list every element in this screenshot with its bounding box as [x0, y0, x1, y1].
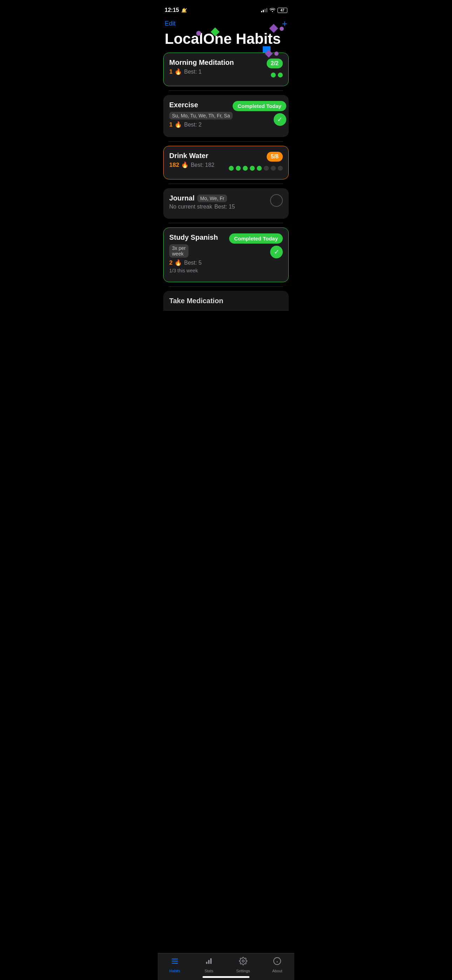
habit-card-top: Journal Mo, We, Fr No current streak Bes…: [169, 194, 283, 210]
bell-muted-icon: 🔔̸: [181, 8, 187, 13]
habit-badge: 2/2: [267, 59, 283, 68]
fire-icon: 🔥: [175, 259, 182, 266]
status-time: 12:15 🔔̸: [165, 7, 187, 13]
habit-streak-row: 182 🔥 Best: 182: [169, 161, 215, 169]
separator: [169, 91, 283, 91]
dot-3: [243, 166, 248, 171]
dot-2: [236, 166, 241, 171]
dot-1: [271, 73, 276, 78]
habit-right: 5/8: [229, 152, 283, 171]
habit-name: Morning Meditation: [169, 59, 234, 67]
title-section: LocalOne Habits: [158, 28, 294, 52]
habit-name-row: Study Spanish 3x perweek: [169, 234, 229, 258]
best-text: Best: 5: [184, 260, 202, 266]
habit-right: [270, 194, 283, 207]
habit-card-journal[interactable]: Journal Mo, We, Fr No current streak Bes…: [163, 188, 289, 219]
dot-6: [264, 166, 269, 171]
habit-name: Journal: [169, 194, 194, 202]
habit-card-top: Exercise Su, Mo, Tu, We, Th, Fr, Sa 1 🔥 …: [169, 101, 283, 128]
habit-name: Study Spanish: [169, 234, 218, 242]
status-bar: 12:15 🔔̸ 47: [158, 0, 294, 16]
dot-2: [278, 73, 283, 78]
habits-list: Morning Meditation 1 🔥 Best: 1 2/2: [158, 52, 294, 346]
streak-count: 182: [169, 162, 179, 169]
streak-count: 2: [169, 259, 172, 266]
habit-card-exercise[interactable]: Exercise Su, Mo, Tu, We, Th, Fr, Sa 1 🔥 …: [163, 95, 289, 137]
habit-info: Morning Meditation 1 🔥 Best: 1: [169, 59, 234, 75]
completed-badge: Completed Today: [229, 234, 283, 243]
habit-card-top: Drink Water 182 🔥 Best: 182 5/8: [169, 152, 283, 171]
no-streak-text: No current streak: [169, 204, 212, 210]
habit-streak-row: No current streak Best: 15: [169, 204, 235, 210]
habit-streak-row: 1 🔥 Best: 1: [169, 68, 234, 75]
progress-dots: [229, 166, 283, 171]
add-habit-button[interactable]: +: [282, 19, 287, 28]
dot-5: [257, 166, 262, 171]
best-text: Best: 1: [184, 69, 202, 75]
dot-7: [271, 166, 276, 171]
habit-tag: Mo, We, Fr: [197, 194, 227, 202]
habit-info: Study Spanish 3x perweek 2 🔥 Best: 5 1/3…: [169, 234, 229, 274]
edit-button[interactable]: Edit: [165, 20, 175, 27]
habit-right: 2/2: [267, 59, 283, 78]
habit-card-drink-water[interactable]: Drink Water 182 🔥 Best: 182 5/8: [163, 146, 289, 180]
battery-indicator: 47: [277, 8, 287, 13]
habit-card-top: Study Spanish 3x perweek 2 🔥 Best: 5 1/3…: [169, 234, 283, 274]
habit-name: Exercise: [169, 101, 198, 109]
time-display: 12:15: [165, 7, 179, 13]
habit-streak-row: 2 🔥 Best: 5: [169, 259, 229, 266]
habit-right: Completed Today ✓: [232, 101, 286, 126]
nav-header: Edit +: [158, 16, 294, 28]
habit-name: Take Medication: [169, 297, 283, 305]
habit-info: Exercise Su, Mo, Tu, We, Th, Fr, Sa 1 🔥 …: [169, 101, 232, 128]
habit-tag: 3x perweek: [169, 244, 188, 258]
check-circle: ✓: [270, 246, 283, 258]
dot-4: [250, 166, 255, 171]
separator: [169, 286, 283, 287]
habit-card-study-spanish[interactable]: Study Spanish 3x perweek 2 🔥 Best: 5 1/3…: [163, 228, 289, 282]
status-right: 47: [261, 7, 287, 13]
dot-8: [278, 166, 283, 171]
check-circle: ✓: [274, 113, 286, 126]
habit-card-morning-meditation[interactable]: Morning Meditation 1 🔥 Best: 1 2/2: [163, 52, 289, 86]
separator: [169, 184, 283, 184]
best-text: Best: 182: [191, 162, 215, 168]
progress-dots: [271, 73, 283, 78]
habit-streak-row: 1 🔥 Best: 2: [169, 121, 232, 128]
habit-card-top: Morning Meditation 1 🔥 Best: 1 2/2: [169, 59, 283, 78]
wifi-icon: [269, 7, 275, 13]
signal-icon: [261, 8, 267, 12]
empty-circle: [270, 194, 283, 207]
separator: [169, 223, 283, 223]
best-text: Best: 2: [184, 122, 202, 128]
habit-badge: 5/8: [267, 152, 283, 162]
habit-info: Journal Mo, We, Fr No current streak Bes…: [169, 194, 235, 210]
dot-1: [229, 166, 234, 171]
habit-name: Drink Water: [169, 152, 215, 160]
fire-icon: 🔥: [175, 121, 182, 128]
separator: [169, 141, 283, 142]
fire-icon: 🔥: [181, 161, 188, 169]
completed-badge: Completed Today: [232, 101, 286, 111]
habit-name-row: Exercise Su, Mo, Tu, We, Th, Fr, Sa: [169, 101, 232, 119]
habit-card-take-medication[interactable]: Take Medication: [163, 291, 289, 311]
week-progress-text: 1/3 this week: [169, 268, 229, 274]
streak-count: 1: [169, 68, 172, 75]
habit-tag: Su, Mo, Tu, We, Th, Fr, Sa: [169, 112, 232, 119]
streak-count: 1: [169, 121, 172, 128]
best-text: Best: 15: [215, 204, 235, 210]
battery-level: 47: [280, 8, 284, 12]
page-title: LocalOne Habits: [165, 31, 287, 47]
habit-right: Completed Today ✓: [229, 234, 283, 258]
habit-info: Drink Water 182 🔥 Best: 182: [169, 152, 215, 169]
habit-name-row: Journal Mo, We, Fr: [169, 194, 235, 202]
fire-icon: 🔥: [175, 68, 182, 75]
